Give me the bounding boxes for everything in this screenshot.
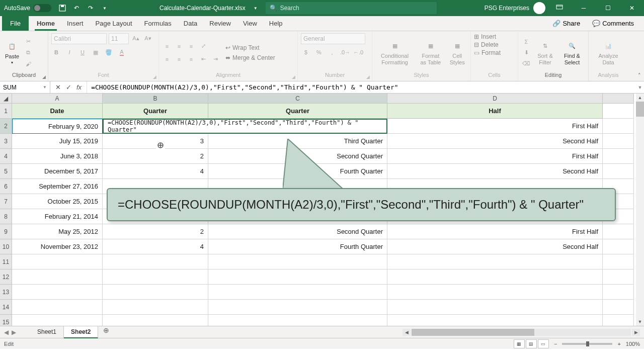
align-middle-icon[interactable]: ≡ (174, 41, 184, 51)
bold-icon[interactable]: B (51, 47, 61, 57)
italic-icon[interactable]: I (64, 47, 74, 57)
copy-icon[interactable]: ⧉ (23, 48, 33, 58)
font-color-icon[interactable]: A (117, 47, 127, 57)
hscroll-left-icon[interactable]: ◀ (403, 329, 411, 336)
minimize-button[interactable]: ─ (574, 0, 594, 16)
cell-b4[interactable]: 2 (103, 149, 208, 164)
maximize-button[interactable]: ☐ (598, 0, 618, 16)
number-format-combo[interactable]: General (301, 33, 365, 44)
formula-bar-input[interactable]: =CHOOSE(ROUNDUP(MONTH(A2)/3,0),"First","… (87, 81, 636, 93)
cut-icon[interactable]: ✂ (23, 37, 33, 47)
tab-formulas[interactable]: Formulas (138, 16, 178, 31)
view-normal-icon[interactable]: ▦ (514, 339, 525, 348)
select-all-corner[interactable]: ◢ (0, 94, 12, 104)
cell-d11[interactable] (387, 254, 603, 269)
col-header-e[interactable] (603, 94, 634, 104)
comments-button[interactable]: 💬Comments (588, 18, 638, 29)
cell-b3[interactable]: 3 (103, 134, 208, 149)
format-as-table-button[interactable]: ▦Format as Table (416, 39, 445, 66)
cell-a6[interactable]: September 27, 2016 (12, 179, 103, 194)
row-header-13[interactable]: 13 (0, 285, 12, 300)
clipboard-launcher-icon[interactable]: ◢ (41, 74, 47, 80)
zoom-level[interactable]: 100% (626, 341, 640, 347)
hscroll-right-icon[interactable]: ▶ (632, 329, 640, 336)
font-launcher-icon[interactable]: ◢ (151, 74, 157, 80)
cell-c12[interactable] (208, 269, 387, 285)
clear-icon[interactable]: ⌫ (521, 59, 531, 69)
header-quarter-c[interactable]: Quarter (208, 104, 387, 119)
orientation-icon[interactable]: ⤢ (198, 41, 208, 51)
cell-a2[interactable]: February 9, 2020 (12, 119, 103, 134)
row-header-5[interactable]: 5 (0, 164, 12, 179)
cell-c14[interactable] (208, 300, 387, 315)
cell-e4[interactable] (603, 149, 634, 164)
cell-e14[interactable] (603, 300, 634, 315)
decrease-indent-icon[interactable]: ⇤ (198, 54, 208, 64)
format-cells-button[interactable]: ▭Format (474, 49, 501, 56)
cell-d5[interactable]: Second Half (387, 164, 603, 179)
cell-e2[interactable] (603, 119, 634, 134)
col-header-d[interactable]: D (387, 94, 603, 104)
cell-d15[interactable] (387, 315, 603, 326)
zoom-slider[interactable] (562, 343, 612, 345)
cell-a10[interactable]: November 23, 2012 (12, 239, 103, 254)
cell-c9[interactable]: Second Quarter (208, 224, 387, 239)
cell-b12[interactable] (103, 269, 208, 285)
cell-c10[interactable]: Fourth Quarter (208, 239, 387, 254)
qat-dropdown-icon[interactable]: ▼ (98, 1, 112, 15)
row-header-14[interactable]: 14 (0, 300, 12, 315)
paste-button[interactable]: 📋 Paste ▾ (3, 39, 21, 66)
tab-file[interactable]: File (2, 16, 29, 31)
cell-e9[interactable] (603, 224, 634, 239)
zoom-in-icon[interactable]: + (617, 341, 620, 347)
save-icon[interactable] (55, 1, 69, 15)
row-header-7[interactable]: 7 (0, 194, 12, 209)
tab-review[interactable]: Review (203, 16, 237, 31)
font-family-combo[interactable]: Calibri (51, 33, 107, 44)
col-header-c[interactable]: C (208, 94, 387, 104)
tab-help[interactable]: Help (263, 16, 289, 31)
ribbon-display-icon[interactable] (549, 0, 570, 16)
row-header-6[interactable]: 6 (0, 179, 12, 194)
name-box[interactable]: SUM ▼ (0, 81, 50, 93)
vertical-scrollbar[interactable]: ▲ ▼ (636, 94, 644, 326)
cell-a3[interactable]: July 15, 2019 (12, 134, 103, 149)
collapse-ribbon-icon[interactable]: ˄ (638, 72, 641, 79)
cell-e3[interactable] (603, 134, 634, 149)
undo-icon[interactable]: ↶ (69, 1, 84, 15)
cell-b2-editing[interactable]: =CHOOSE(ROUNDUP(MONTH(A2)/3,0),"First","… (103, 119, 387, 134)
insert-cells-button[interactable]: ⊞Insert (474, 33, 496, 40)
col-header-b[interactable]: B (103, 94, 208, 104)
row-header-12[interactable]: 12 (0, 269, 12, 285)
sheet-nav-next-icon[interactable]: ▶ (12, 329, 16, 336)
cell-e15[interactable] (603, 315, 634, 326)
cell-c11[interactable] (208, 254, 387, 269)
cell-b10[interactable]: 4 (103, 239, 208, 254)
cell-a8[interactable]: February 21, 2014 (12, 209, 103, 224)
align-right-icon[interactable]: ≡ (186, 54, 196, 64)
row-header-2[interactable]: 2 (0, 119, 12, 134)
border-icon[interactable]: ▦ (91, 47, 101, 57)
alignment-launcher-icon[interactable]: ◢ (290, 74, 296, 80)
font-size-combo[interactable]: 11 (109, 33, 129, 44)
row-header-4[interactable]: 4 (0, 149, 12, 164)
cell-c15[interactable] (208, 315, 387, 326)
avatar[interactable] (533, 2, 545, 14)
align-top-icon[interactable]: ≡ (162, 41, 172, 51)
horizontal-scrollbar[interactable]: ◀ ▶ (403, 328, 644, 336)
cell-b5[interactable]: 4 (103, 164, 208, 179)
cell-d3[interactable]: Second Half (387, 134, 603, 149)
cancel-formula-icon[interactable]: ✕ (55, 83, 61, 91)
cell-a11[interactable] (12, 254, 103, 269)
tab-view[interactable]: View (237, 16, 263, 31)
zoom-out-icon[interactable]: − (554, 341, 557, 347)
cell-d10[interactable]: Second Half (387, 239, 603, 254)
cell-d2[interactable]: First Half (387, 119, 603, 134)
autosum-icon[interactable]: Σ (521, 37, 531, 47)
cell-a15[interactable] (12, 315, 103, 326)
decrease-font-icon[interactable]: A▾ (143, 33, 153, 43)
hscroll-thumb[interactable] (412, 329, 534, 336)
conditional-formatting-button[interactable]: ▦Conditional Formatting (375, 39, 414, 66)
header-half[interactable]: Half (387, 104, 603, 119)
decrease-decimal-icon[interactable]: ←.0 (353, 47, 363, 57)
